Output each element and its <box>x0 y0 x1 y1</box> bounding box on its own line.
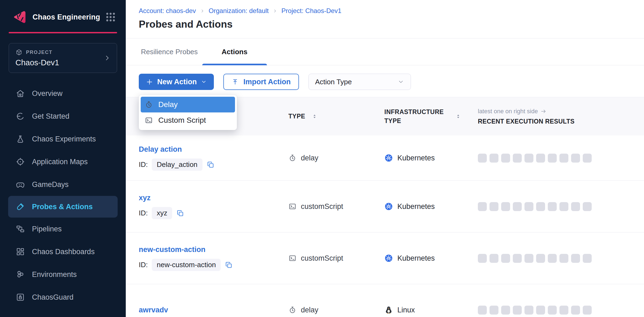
sidebar-item-chaos-experiments[interactable]: Chaos Experiments <box>0 128 126 150</box>
project-selector[interactable]: PROJECT Chaos-Dev1 <box>9 43 117 73</box>
id-value: new-custom-action <box>152 259 221 271</box>
execution-result-placeholder <box>583 306 592 315</box>
action-type-value: customScript <box>301 254 343 263</box>
sidebar-item-probes-actions[interactable]: Probes & Actions <box>8 196 118 218</box>
execution-result-placeholder <box>478 254 487 263</box>
execution-result-placeholder <box>583 254 592 263</box>
sidebar-item-get-started[interactable]: Get Started <box>0 105 126 128</box>
execution-result-placeholder <box>559 154 568 163</box>
action-type-value: delay <box>301 154 318 162</box>
table-row: xyz ID: xyz customScript Kubernetes <box>126 181 644 232</box>
breadcrumb-link[interactable]: Organization: default <box>209 7 269 15</box>
import-action-label: Import Action <box>243 78 291 86</box>
sort-icon[interactable] <box>455 114 461 119</box>
copy-icon[interactable] <box>207 161 215 169</box>
import-action-button[interactable]: Import Action <box>223 74 299 90</box>
infrastructure-header-label: INFRASTRUCTURE TYPE <box>384 108 443 125</box>
new-action-button[interactable]: New Action <box>139 74 214 90</box>
sidebar-item-pipelines[interactable]: Pipelines <box>0 218 126 240</box>
name-cell: awrvadv <box>139 306 288 314</box>
execution-result-placeholder <box>501 202 510 211</box>
tab-resilience-probes[interactable]: Resilience Probes <box>141 38 198 65</box>
module-grid-icon[interactable] <box>105 11 116 23</box>
sidebar-item-application-maps[interactable]: Application Maps <box>0 150 126 173</box>
arrow-right-icon <box>540 108 546 114</box>
chevron-right-icon <box>104 54 111 62</box>
execution-result-placeholder <box>536 254 545 263</box>
chevron-down-icon <box>398 79 404 85</box>
execution-result-placeholder <box>501 154 510 163</box>
action-name-link[interactable]: new-custom-action <box>139 245 205 254</box>
lock-icon <box>16 293 25 302</box>
sidebar-item-gamedays[interactable]: GameDays <box>0 173 126 196</box>
tab-actions[interactable]: Actions <box>202 38 267 65</box>
id-label: ID: <box>139 209 148 217</box>
menu-item-delay[interactable]: Delay <box>141 97 235 112</box>
sidebar-nav: Overview Get Started Chaos Experiments A… <box>0 82 126 309</box>
copy-icon[interactable] <box>176 209 184 217</box>
infrastructure-value: Linux <box>397 306 415 314</box>
action-type-value: delay <box>301 306 318 314</box>
execution-result-placeholder <box>548 306 557 315</box>
type-cell: delay <box>288 306 384 314</box>
infrastructure-value: Kubernetes <box>397 254 435 263</box>
execution-result-placeholder <box>571 202 580 211</box>
toolbar: New Action Import Action Action Type <box>126 65 644 97</box>
sidebar-item-environments[interactable]: Environments <box>0 263 126 286</box>
execution-result-placeholder <box>524 306 533 315</box>
new-action-dropdown-menu: Delay Custom Script <box>139 95 237 130</box>
execution-result-placeholder <box>559 306 568 315</box>
execution-result-placeholder <box>548 202 557 211</box>
kubernetes-icon <box>384 154 393 162</box>
action-type-value: Action Type <box>315 78 352 86</box>
terminal-icon <box>288 254 297 262</box>
tabs: Resilience ProbesActions <box>126 38 644 65</box>
action-name-link[interactable]: awrvadv <box>139 306 168 314</box>
brand-divider <box>9 32 117 33</box>
infrastructure-cell: Kubernetes <box>384 202 478 211</box>
id-label: ID: <box>139 160 148 169</box>
cube-icon <box>15 49 22 56</box>
type-column-header: TYPE <box>288 113 384 120</box>
sidebar-item-overview[interactable]: Overview <box>0 82 126 105</box>
execution-result-placeholder <box>490 154 498 163</box>
hexagons-icon <box>16 270 25 279</box>
pipelines-icon <box>16 224 25 234</box>
execution-result-placeholder <box>501 306 510 315</box>
table-row: Delay action ID: Delay_action delay Kube… <box>126 135 644 181</box>
breadcrumb-link[interactable]: Project: Chaos-Dev1 <box>281 7 341 15</box>
action-name-link[interactable]: xyz <box>139 194 151 202</box>
execution-result-placeholder <box>548 254 557 263</box>
kubernetes-icon <box>384 254 393 263</box>
infrastructure-value: Kubernetes <box>397 202 435 211</box>
breadcrumb-link[interactable]: Account: chaos-dev <box>139 7 196 15</box>
copy-icon[interactable] <box>225 261 233 269</box>
execution-result-placeholder <box>583 202 592 211</box>
id-line: ID: new-custom-action <box>139 259 288 271</box>
sidebar-item-chaosguard[interactable]: ChaosGuard <box>0 286 126 309</box>
execution-result-placeholder <box>559 254 568 263</box>
sort-icon[interactable] <box>312 114 317 119</box>
plus-icon <box>146 78 153 86</box>
kubernetes-icon <box>384 202 393 211</box>
gamepad-icon <box>16 180 25 189</box>
terminal-icon <box>145 116 153 124</box>
test-tube-icon <box>16 202 25 211</box>
execution-result-placeholder <box>490 202 498 211</box>
execution-result-placeholder <box>478 306 487 315</box>
action-type-select[interactable]: Action Type <box>308 74 411 90</box>
menu-item-custom-script[interactable]: Custom Script <box>141 112 235 128</box>
action-name-link[interactable]: Delay action <box>139 145 182 154</box>
execution-result-placeholder <box>513 306 522 315</box>
sidebar-item-chaos-dashboards[interactable]: Chaos Dashboards <box>0 240 126 263</box>
breadcrumb-separator-icon <box>200 9 205 13</box>
page-header: Account: chaos-devOrganization: defaultP… <box>126 0 644 38</box>
execution-result-placeholder <box>536 306 545 315</box>
infrastructure-cell: Linux <box>384 306 478 314</box>
breadcrumb-separator-icon <box>273 9 277 13</box>
id-label: ID: <box>139 261 148 269</box>
type-cell: delay <box>288 154 384 162</box>
id-line: ID: xyz <box>139 207 288 219</box>
name-cell: xyz ID: xyz <box>139 194 288 219</box>
execution-result-placeholder <box>524 202 533 211</box>
